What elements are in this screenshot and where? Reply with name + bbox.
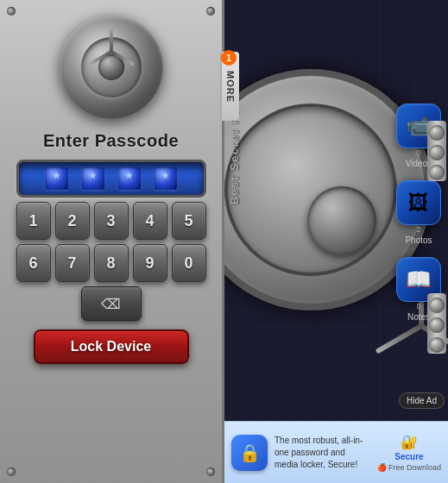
ad-banner: 🔒 The most robust, all-in-one password a… [224, 421, 448, 483]
dial-arm-1 [110, 26, 113, 52]
numpad-row-2: 6 7 8 9 0 [16, 244, 206, 282]
right-panel: Best Secret Folder 📹 0 Videos 🖼 2 Photos… [224, 0, 448, 483]
passcode-label: Enter Passcode [43, 131, 179, 151]
hinge-bolt-4 [429, 298, 445, 313]
hinge-bottom [427, 293, 446, 354]
num-btn-1[interactable]: 1 [16, 202, 51, 240]
delete-button[interactable]: ⌫ [81, 286, 142, 321]
num-btn-4[interactable]: 4 [133, 202, 167, 240]
hide-ad-button[interactable]: Hide Ad [399, 392, 445, 409]
ad-icon: 🔒 [231, 435, 268, 471]
lock-dial [60, 16, 163, 119]
vault-door-inner [224, 104, 397, 276]
secure-label: Secure [394, 452, 423, 461]
hinge-bolt-2 [429, 145, 445, 160]
photos-icon: 🖼 [396, 180, 441, 225]
screw-tr [206, 7, 215, 16]
ad-download-label: 🍎 Free Download [377, 463, 441, 472]
passcode-display: * * * * [16, 160, 206, 198]
delete-icon: ⌫ [101, 296, 121, 312]
photos-count: 2 [416, 225, 420, 234]
passcode-dot-1: * [46, 167, 68, 190]
ad-secure[interactable]: 🔐 Secure 🍎 Free Download [377, 434, 441, 472]
vault-spoke-3 [375, 323, 423, 354]
num-btn-6[interactable]: 6 [16, 244, 51, 282]
ad-text: The most robust, all-in-one password and… [274, 435, 370, 471]
notes-count: 0 [416, 302, 420, 310]
more-badge: 1 [221, 50, 237, 66]
lock-device-label: Lock Device [71, 339, 151, 354]
num-btn-0[interactable]: 0 [172, 244, 206, 282]
screw-br [206, 467, 215, 476]
passcode-dot-4: * [155, 167, 177, 190]
num-btn-5[interactable]: 5 [172, 202, 206, 240]
num-btn-7[interactable]: 7 [55, 244, 90, 282]
photos-label: Photos [405, 235, 432, 245]
hinge-bolt-6 [429, 337, 445, 353]
app-container: Enter Passcode * * * * 1 2 3 4 5 6 7 8 9… [0, 0, 448, 483]
secure-icon: 🔐 [401, 434, 418, 450]
apple-icon: 🍎 [377, 463, 387, 472]
passcode-dot-2: * [82, 167, 104, 190]
hinge-bolt-3 [429, 165, 445, 180]
videos-count: 0 [416, 148, 420, 157]
hinge-bolt-1 [429, 125, 445, 141]
hinge-bolt-5 [429, 317, 445, 333]
passcode-dot-3: * [118, 167, 141, 190]
num-btn-9[interactable]: 9 [133, 244, 167, 282]
lock-device-button[interactable]: Lock Device [34, 329, 189, 364]
screw-tl [7, 7, 16, 16]
delete-row: ⌫ [16, 286, 206, 321]
numpad-row-1: 1 2 3 4 5 [16, 202, 206, 240]
num-btn-3[interactable]: 3 [94, 202, 129, 240]
left-panel: Enter Passcode * * * * 1 2 3 4 5 6 7 8 9… [0, 0, 224, 483]
screw-bl [7, 467, 16, 476]
vault-knob [307, 186, 376, 255]
num-btn-2[interactable]: 2 [55, 202, 90, 240]
hinge-top [427, 121, 446, 181]
num-btn-8[interactable]: 8 [94, 244, 129, 282]
vault-icon-photos[interactable]: 🖼 2 Photos [396, 180, 441, 245]
more-tab-label: MORE [225, 71, 236, 103]
